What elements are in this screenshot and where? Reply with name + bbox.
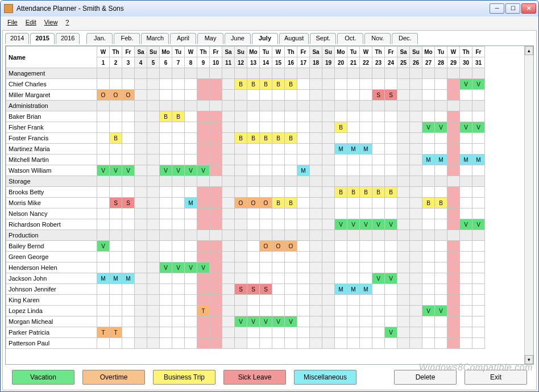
day-cell[interactable] — [135, 230, 147, 241]
day-cell[interactable] — [160, 90, 172, 101]
day-cell[interactable] — [460, 295, 472, 306]
day-cell[interactable] — [160, 252, 172, 262]
day-cell[interactable] — [385, 338, 397, 349]
day-cell[interactable] — [347, 176, 360, 187]
day-cell[interactable]: V — [385, 273, 397, 284]
day-cell[interactable]: B — [272, 198, 285, 208]
day-cell[interactable] — [472, 252, 485, 262]
day-cell[interactable]: B — [110, 133, 122, 144]
day-cell[interactable] — [97, 176, 110, 187]
day-cell[interactable] — [410, 262, 422, 273]
name-cell[interactable]: Bailey Bernd — [6, 241, 97, 252]
day-cell[interactable] — [135, 273, 147, 284]
day-cell[interactable]: B — [335, 122, 347, 133]
day-cell[interactable]: O — [247, 198, 260, 208]
day-cell[interactable]: O — [260, 198, 272, 208]
day-cell[interactable] — [210, 176, 222, 187]
day-cell[interactable] — [460, 68, 472, 79]
day-cell[interactable] — [260, 219, 272, 230]
day-cell[interactable] — [322, 252, 335, 262]
day-cell[interactable] — [222, 111, 235, 122]
day-cell[interactable] — [410, 133, 422, 144]
day-cell[interactable] — [197, 68, 210, 79]
day-cell[interactable] — [260, 208, 272, 219]
day-cell[interactable] — [447, 155, 460, 165]
day-cell[interactable] — [160, 284, 172, 295]
day-cell[interactable] — [197, 198, 210, 208]
day-cell[interactable] — [210, 187, 222, 198]
day-cell[interactable] — [210, 79, 222, 90]
month-tab[interactable]: April — [170, 33, 196, 44]
day-cell[interactable] — [97, 198, 110, 208]
day-cell[interactable] — [422, 338, 435, 349]
day-cell[interactable] — [335, 155, 347, 165]
day-cell[interactable] — [272, 295, 285, 306]
day-cell[interactable] — [260, 295, 272, 306]
day-cell[interactable] — [210, 327, 222, 338]
day-cell[interactable] — [297, 198, 310, 208]
day-cell[interactable] — [310, 284, 322, 295]
day-cell[interactable] — [110, 111, 122, 122]
day-cell[interactable] — [410, 208, 422, 219]
day-cell[interactable] — [360, 306, 372, 316]
day-cell[interactable] — [272, 219, 285, 230]
day-cell[interactable] — [235, 111, 247, 122]
day-cell[interactable] — [410, 165, 422, 176]
day-cell[interactable] — [310, 111, 322, 122]
day-cell[interactable] — [172, 230, 185, 241]
day-cell[interactable] — [260, 101, 272, 111]
day-cell[interactable] — [385, 295, 397, 306]
day-cell[interactable] — [122, 122, 135, 133]
day-cell[interactable]: S — [235, 284, 247, 295]
day-cell[interactable] — [172, 144, 185, 155]
day-cell[interactable] — [147, 208, 160, 219]
day-cell[interactable] — [472, 327, 485, 338]
day-cell[interactable] — [185, 252, 197, 262]
day-cell[interactable] — [235, 144, 247, 155]
day-cell[interactable] — [222, 241, 235, 252]
day-cell[interactable] — [310, 316, 322, 327]
month-tab[interactable]: March — [141, 33, 169, 44]
day-cell[interactable]: O — [272, 241, 285, 252]
day-cell[interactable] — [97, 306, 110, 316]
day-cell[interactable] — [122, 306, 135, 316]
day-cell[interactable] — [310, 122, 322, 133]
day-cell[interactable] — [472, 101, 485, 111]
day-cell[interactable] — [310, 295, 322, 306]
day-cell[interactable] — [210, 155, 222, 165]
day-cell[interactable]: B — [285, 198, 297, 208]
day-cell[interactable] — [122, 144, 135, 155]
day-cell[interactable] — [322, 111, 335, 122]
month-tab[interactable]: May — [197, 33, 223, 44]
day-cell[interactable] — [347, 122, 360, 133]
day-cell[interactable] — [322, 284, 335, 295]
day-cell[interactable] — [122, 241, 135, 252]
day-cell[interactable] — [222, 273, 235, 284]
day-cell[interactable] — [247, 155, 260, 165]
day-cell[interactable] — [297, 273, 310, 284]
day-cell[interactable] — [185, 306, 197, 316]
day-cell[interactable] — [297, 230, 310, 241]
day-cell[interactable] — [197, 144, 210, 155]
day-cell[interactable] — [297, 219, 310, 230]
day-cell[interactable] — [135, 306, 147, 316]
day-cell[interactable] — [135, 338, 147, 349]
day-cell[interactable] — [185, 284, 197, 295]
day-cell[interactable]: S — [385, 90, 397, 101]
day-cell[interactable] — [297, 101, 310, 111]
day-cell[interactable] — [435, 101, 447, 111]
day-cell[interactable] — [335, 316, 347, 327]
day-cell[interactable]: V — [385, 219, 397, 230]
day-cell[interactable] — [460, 90, 472, 101]
name-cell[interactable]: Production — [6, 230, 97, 241]
day-cell[interactable] — [410, 155, 422, 165]
day-cell[interactable] — [172, 273, 185, 284]
day-cell[interactable] — [160, 219, 172, 230]
day-cell[interactable] — [422, 273, 435, 284]
day-cell[interactable] — [160, 122, 172, 133]
day-cell[interactable] — [172, 316, 185, 327]
day-cell[interactable] — [410, 273, 422, 284]
day-cell[interactable] — [160, 295, 172, 306]
day-cell[interactable] — [297, 208, 310, 219]
day-cell[interactable]: B — [285, 133, 297, 144]
